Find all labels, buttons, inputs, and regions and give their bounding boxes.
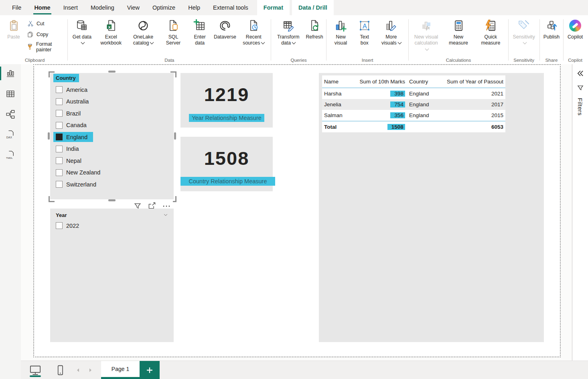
table-cell: England <box>407 112 439 118</box>
ribbon-button-dataverse[interactable]: Dataverse <box>213 17 237 41</box>
column-header-name[interactable]: Name <box>322 79 351 85</box>
ribbon-button-recent-sources[interactable]: Recent sources <box>237 17 270 47</box>
slicer-item-canada[interactable]: Canada <box>56 120 174 132</box>
menu-tab-format[interactable]: Format <box>257 0 290 15</box>
selection-handle[interactable] <box>49 71 55 77</box>
checkbox[interactable] <box>56 98 63 105</box>
ribbon-group-label: Data <box>68 57 270 65</box>
slicer-item-brazil[interactable]: Brazil <box>56 107 174 120</box>
ribbon-button-cut[interactable]: Cut <box>25 18 66 29</box>
table-row-salman[interactable]: Salman356England2015 <box>322 110 505 121</box>
year-relationship-card[interactable]: 1219 Year Relationship Measure <box>180 73 273 128</box>
table-cell: Salman <box>322 112 351 118</box>
ribbon-button-quick-measure[interactable]: Quick measure <box>474 17 507 47</box>
slicer-item-inner: Nepal <box>53 156 87 166</box>
year-slicer-visual[interactable]: Year2022 <box>50 209 174 342</box>
checkbox[interactable] <box>56 169 63 176</box>
ribbon-button-sensitivity[interactable]: Sensitivity <box>509 17 538 47</box>
menu-tab-external-tools[interactable]: External tools <box>207 0 255 15</box>
page-tab[interactable]: Page 1 <box>101 361 140 379</box>
slicer-item-2022[interactable]: 2022 <box>56 220 174 232</box>
ribbon-button-transform-data[interactable]: Transform data <box>272 17 304 47</box>
column-header-sum-of-10th-marks[interactable]: Sum of 10th Marks <box>351 79 407 85</box>
slicer-item-england[interactable]: England <box>56 131 174 143</box>
slicer-item-india[interactable]: India <box>56 143 174 155</box>
ribbon-button-copy[interactable]: Copy <box>25 29 66 40</box>
slicer-title: Year <box>56 212 67 218</box>
checkbox[interactable] <box>56 222 63 229</box>
checkbox[interactable] <box>56 181 63 188</box>
selection-handle[interactable] <box>108 199 116 201</box>
checkbox[interactable] <box>56 122 63 129</box>
ribbon-button-format-painter[interactable]: Format painter <box>25 40 66 54</box>
copy-icon <box>26 30 34 38</box>
selection-handle[interactable] <box>170 71 176 77</box>
view-sidebar: DAX TMDL <box>0 64 21 379</box>
ribbon-button-onelake-catalog[interactable]: OneLake catalog <box>127 17 159 47</box>
sidebar-dax-query-view[interactable]: DAX <box>0 126 21 144</box>
selection-handle[interactable] <box>174 132 176 140</box>
ribbon-group-label: Clipboard <box>2 57 67 65</box>
table-row-jenelia[interactable]: Jenelia754England2017 <box>322 99 505 110</box>
selection-handle[interactable] <box>108 71 116 73</box>
ribbon-button-new-visual-calculation[interactable]: fxNew visual calculation <box>410 17 442 53</box>
menu-tab-data-drill[interactable]: Data / Drill <box>292 0 334 15</box>
slicer-item-australia[interactable]: Australia <box>56 96 174 108</box>
slicer-item-america[interactable]: America <box>56 84 174 96</box>
ribbon-button-sql-server[interactable]: SQL Server <box>159 17 187 47</box>
country-relationship-card[interactable]: 1508 Country Relationship Measure <box>180 137 273 191</box>
slicer-item-switzerland[interactable]: Switzerland <box>56 178 174 191</box>
ribbon-button-more-visuals[interactable]: More visuals <box>375 17 407 47</box>
sidebar-tmdl-view[interactable]: TMDL <box>0 146 21 164</box>
group-divider <box>539 19 540 61</box>
checkbox[interactable] <box>56 146 63 152</box>
country-slicer-visual[interactable]: CountryAmericaAustraliaBrazilCanadaEngla… <box>50 73 174 199</box>
sidebar-table-view[interactable] <box>0 85 21 103</box>
desktop-view-button[interactable] <box>26 361 44 379</box>
menu-tab-help[interactable]: Help <box>182 0 207 15</box>
sidebar-report-view[interactable] <box>0 64 21 83</box>
menu-tab-view[interactable]: View <box>121 0 146 15</box>
marks-table-visual[interactable]: NameSum of 10th MarksCountrySum of Year … <box>319 73 544 342</box>
expand-pane-icon[interactable] <box>576 69 585 78</box>
menu-tab-file[interactable]: File <box>6 0 28 15</box>
ribbon-button-paste[interactable]: Paste <box>3 17 24 41</box>
slicer-item-nepal[interactable]: Nepal <box>56 155 174 167</box>
ribbon-button-new-measure[interactable]: New measure <box>442 17 474 47</box>
table-row-harsha[interactable]: Harsha398England2021 <box>322 88 505 99</box>
ribbon-button-enter-data[interactable]: Enter data <box>187 17 213 47</box>
menu-tab-insert[interactable]: Insert <box>57 0 84 15</box>
ribbon-button-copilot[interactable]: Copilot <box>565 17 586 41</box>
checkbox[interactable] <box>56 134 63 140</box>
sidebar-model-view[interactable] <box>0 105 21 124</box>
chevron-down-icon[interactable] <box>162 212 169 218</box>
checkbox[interactable] <box>56 86 63 93</box>
slicer-item-new-zealand[interactable]: New Zealand <box>56 167 174 179</box>
ribbon-button-new-visual[interactable]: New visual <box>328 17 354 47</box>
selection-handle[interactable] <box>49 196 55 202</box>
column-header-country[interactable]: Country <box>407 79 439 85</box>
filter-icon[interactable] <box>577 84 584 91</box>
previous-page-button[interactable] <box>72 361 84 379</box>
format-painter-icon <box>26 43 34 51</box>
highlighted-value: 754 <box>390 101 405 107</box>
filters-pane-label[interactable]: Filters <box>577 98 584 116</box>
mobile-view-button[interactable] <box>51 361 69 379</box>
ribbon-button-excel-workbook[interactable]: XExcel workbook <box>95 17 127 47</box>
ribbon-button-refresh[interactable]: Refresh <box>304 17 325 41</box>
next-page-button[interactable] <box>84 361 96 379</box>
slicer-title: Country <box>53 74 79 82</box>
column-header-sum-of-year-of-passout[interactable]: Sum of Year of Passout <box>439 79 505 85</box>
menu-tab-modeling[interactable]: Modeling <box>84 0 121 15</box>
ribbon-button-publish[interactable]: Publish <box>541 17 562 41</box>
selection-handle[interactable] <box>48 132 50 140</box>
new-page-button[interactable] <box>140 361 160 379</box>
ribbon-button-get-data[interactable]: Get data <box>69 17 95 47</box>
menu-tab-optimize[interactable]: Optimize <box>146 0 182 15</box>
checkbox[interactable] <box>56 157 63 164</box>
menu-tab-home[interactable]: Home <box>28 0 57 15</box>
quick-measure-icon <box>484 19 497 32</box>
checkbox[interactable] <box>56 110 63 117</box>
report-workarea: CountryAmericaAustraliaBrazilCanadaEngla… <box>21 64 572 361</box>
ribbon-button-text-box[interactable]: A Text box <box>354 17 375 47</box>
